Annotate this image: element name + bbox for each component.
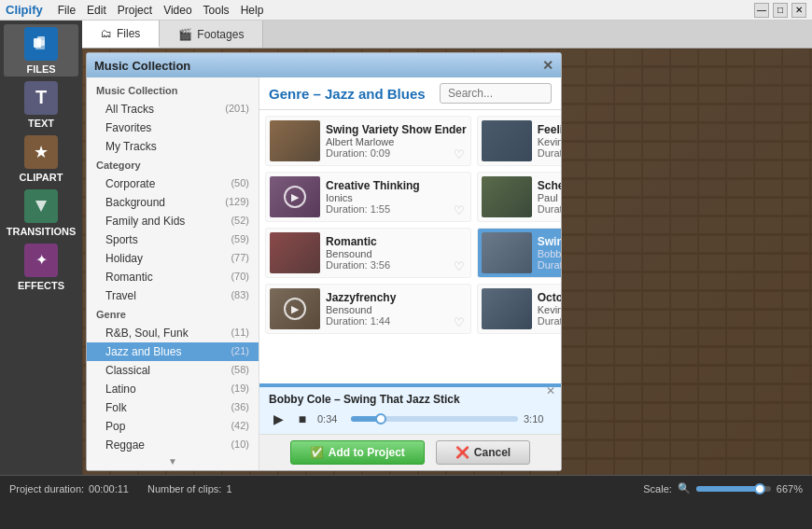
scale-label: Scale:	[643, 483, 672, 494]
search-input[interactable]	[440, 83, 552, 104]
svg-rect-2	[35, 40, 45, 49]
play-overlay-6: ▶	[270, 288, 320, 329]
nav-category-corporate[interactable]: Corporate (50)	[87, 174, 259, 193]
tab-footages[interactable]: 🎬 Footages	[160, 21, 263, 48]
sidebar-item-clipart[interactable]: ★ CLIPART	[4, 132, 78, 185]
track-thumb-0	[270, 120, 320, 161]
track-heart-6[interactable]: ♡	[454, 315, 465, 329]
menu-file[interactable]: File	[58, 4, 76, 17]
text-label: TEXT	[28, 118, 54, 129]
clips-label: Number of clips:	[147, 483, 221, 494]
track-info-1: Feelin Good Kevin MacLeod Duration: 3:45	[538, 123, 561, 159]
minimize-button[interactable]: —	[754, 3, 769, 18]
player-close-button[interactable]: ✕	[546, 384, 555, 397]
nav-category-family[interactable]: Family and Kids (52)	[87, 212, 259, 230]
play-circle-2: ▶	[284, 186, 306, 208]
modal-title: Music Collection	[94, 59, 190, 73]
preview-area: Music Collection ✕ Music Collection All …	[82, 49, 812, 475]
nav-category-romantic[interactable]: Romantic (70)	[87, 268, 259, 286]
tab-files[interactable]: 🗂 Files	[82, 21, 160, 48]
nav-category-background[interactable]: Background (129)	[87, 193, 259, 212]
nav-category-travel[interactable]: Travel (83)	[87, 286, 259, 305]
transitions-label: TRANSITIONS	[7, 226, 77, 237]
zoom-value: 667%	[777, 483, 803, 494]
player-bar: Bobby Cole – Swing That Jazz Stick ▶ ■ 0…	[259, 385, 561, 434]
track-info-4: Romantic Bensound Duration: 3:56	[326, 235, 467, 271]
sidebar-item-effects[interactable]: ✦ EFFECTS	[4, 241, 78, 293]
track-card-2[interactable]: ▶ Creative Thinking Ionics Duration: 1:5…	[265, 172, 471, 222]
menu-video[interactable]: Video	[163, 4, 191, 17]
track-heart-0[interactable]: ♡	[454, 147, 465, 161]
progress-bar[interactable]	[351, 416, 518, 422]
track-thumb-4	[270, 232, 320, 273]
text-icon: T	[24, 81, 58, 115]
modal-title-bar: Music Collection ✕	[87, 53, 561, 77]
menu-help[interactable]: Help	[241, 4, 264, 17]
close-button[interactable]: ✕	[791, 3, 806, 18]
files-tab-icon: 🗂	[101, 27, 112, 40]
nav-favorites[interactable]: Favorites	[87, 118, 259, 137]
track-info-0: Swing Variety Show Ender Albert Marlowe …	[326, 123, 467, 159]
nav-scroll-down[interactable]: ▼	[87, 454, 259, 468]
time-total: 3:10	[524, 413, 552, 425]
nav-genre-reggae[interactable]: Reggae (10)	[87, 436, 259, 454]
nav-genre-latino[interactable]: Latino (19)	[87, 380, 259, 398]
nav-category-holiday[interactable]: Holiday (77)	[87, 249, 259, 268]
zoom-slider[interactable]	[696, 486, 771, 492]
nav-music-collection-header: Music Collection	[87, 81, 259, 100]
footages-tab-label: Footages	[197, 28, 244, 41]
track-heart-2[interactable]: ♡	[454, 203, 465, 217]
track-info-6: Jazzyfrenchy Bensound Duration: 1:44	[326, 291, 467, 327]
track-thumb-2: ▶	[270, 176, 320, 217]
track-card-7[interactable]: OctoBlues Kevin MacLeod Duration: 4:16 ♡	[477, 284, 561, 334]
left-sidebar: FILES T TEXT ★ CLIPART TRANSITIONS ✦	[0, 21, 82, 475]
nav-genre-header: Genre	[87, 305, 259, 324]
footages-tab-icon: 🎬	[178, 28, 192, 41]
nav-genre-jazz[interactable]: Jazz and Blues (21)	[87, 342, 259, 361]
transitions-icon	[24, 189, 58, 223]
clips-status: Number of clips: 1	[147, 483, 232, 494]
modal-track-content: Genre – Jazz and Blues Swing Variety Sho…	[259, 77, 561, 470]
files-label: FILES	[26, 63, 55, 75]
play-overlay-2: ▶	[270, 176, 320, 217]
nav-category-sports[interactable]: Sports (59)	[87, 230, 259, 249]
stop-button[interactable]: ■	[293, 410, 312, 428]
files-tab-label: Files	[117, 27, 140, 40]
nav-genre-folk[interactable]: Folk (36)	[87, 398, 259, 417]
menu-edit[interactable]: Edit	[87, 4, 106, 17]
menu-tools[interactable]: Tools	[203, 4, 230, 17]
track-card-5[interactable]: Swing That Jazz Stick Bobby Cole Duratio…	[477, 228, 561, 278]
track-card-1[interactable]: Feelin Good Kevin MacLeod Duration: 3:45…	[477, 116, 561, 166]
menu-project[interactable]: Project	[118, 4, 152, 17]
project-duration-status: Project duration: 00:00:11	[9, 483, 129, 494]
track-info-5: Swing That Jazz Stick Bobby Cole Duratio…	[538, 235, 561, 271]
time-current: 0:34	[317, 413, 345, 425]
nav-genre-rnb[interactable]: R&B, Soul, Funk (11)	[87, 324, 259, 342]
track-card-6[interactable]: ▶ Jazzyfrenchy Bensound Duration: 1:44 ♡	[265, 284, 471, 334]
player-controls: ▶ ■ 0:34 3:10	[269, 410, 552, 428]
maximize-button[interactable]: □	[773, 3, 788, 18]
track-info-2: Creative Thinking Ionics Duration: 1:55	[326, 179, 467, 215]
sidebar-item-transitions[interactable]: TRANSITIONS	[4, 187, 78, 239]
nav-genre-pop[interactable]: Pop (42)	[87, 417, 259, 436]
play-button[interactable]: ▶	[269, 410, 287, 428]
sidebar-item-files[interactable]: FILES	[4, 24, 78, 77]
track-thumb-6: ▶	[270, 288, 320, 329]
modal-close-button[interactable]: ✕	[542, 58, 553, 73]
effects-icon: ✦	[24, 244, 58, 277]
track-card-0[interactable]: Swing Variety Show Ender Albert Marlowe …	[265, 116, 471, 166]
sidebar-item-text[interactable]: T TEXT	[4, 78, 78, 131]
track-card-3[interactable]: Scheisterville Paul Mitchell Beebe Durat…	[477, 172, 561, 222]
zoom-minus-icon[interactable]: 🔍	[678, 482, 691, 494]
nav-my-tracks[interactable]: My Tracks	[87, 137, 259, 156]
checkmark-icon: ✅	[310, 446, 324, 459]
nav-category-header: Category	[87, 156, 259, 174]
track-heart-4[interactable]: ♡	[454, 259, 465, 273]
genre-title: Genre – Jazz and Blues	[269, 86, 426, 102]
nav-all-tracks[interactable]: All Tracks (201)	[87, 100, 259, 118]
svg-marker-3	[35, 201, 47, 212]
track-card-4[interactable]: Romantic Bensound Duration: 3:56 ♡	[265, 228, 471, 278]
nav-genre-classical[interactable]: Classical (58)	[87, 361, 259, 380]
add-to-project-button[interactable]: ✅ Add to Project	[290, 440, 425, 465]
cancel-button[interactable]: ❌ Cancel	[436, 440, 530, 465]
